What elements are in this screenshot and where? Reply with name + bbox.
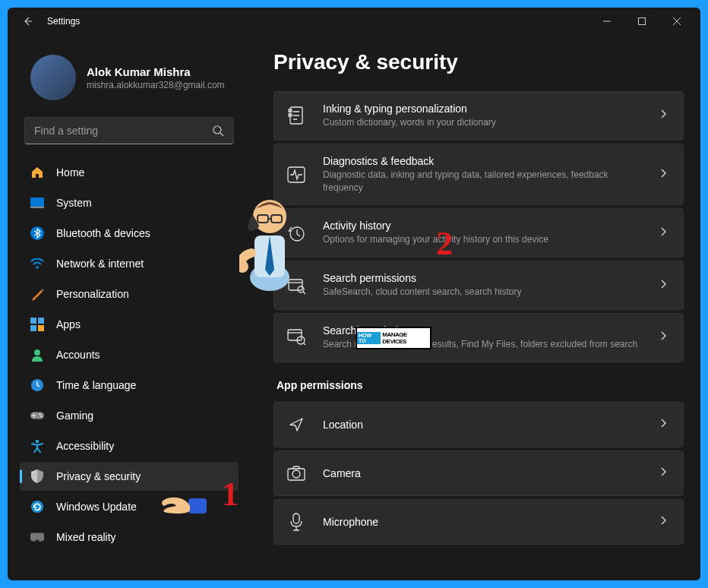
card-microphone[interactable]: Microphone <box>273 499 684 545</box>
svg-point-13 <box>39 413 40 415</box>
system-icon <box>30 196 44 210</box>
svg-rect-0 <box>639 18 646 25</box>
svg-point-10 <box>34 349 40 356</box>
sidebar-item-label: System <box>56 197 92 209</box>
sidebar-item-time[interactable]: Time & language <box>20 371 239 400</box>
sidebar-item-label: Apps <box>56 318 81 330</box>
settings-cards: Inking & typing personalizationCustom di… <box>273 91 684 362</box>
close-button[interactable] <box>659 8 694 35</box>
wifi-icon <box>30 257 44 270</box>
sidebar-item-label: Personalization <box>56 288 129 300</box>
card-searchwin[interactable]: Searching WindowsSearch indexing for fas… <box>273 313 684 362</box>
chevron-right-icon <box>659 418 668 432</box>
nav-list: HomeSystemBluetooth & devicesNetwork & i… <box>15 158 243 552</box>
avatar <box>30 55 76 100</box>
maximize-button[interactable] <box>624 8 659 35</box>
search-input[interactable] <box>34 125 212 137</box>
chevron-right-icon <box>659 466 668 480</box>
sidebar-item-privacy[interactable]: Privacy & security <box>20 462 239 491</box>
sidebar-item-label: Network & internet <box>56 258 144 270</box>
close-icon <box>673 17 681 25</box>
minimize-icon <box>603 17 611 25</box>
sidebar-item-accounts[interactable]: Accounts <box>20 340 239 369</box>
svg-rect-3 <box>30 207 44 208</box>
svg-rect-2 <box>30 198 44 207</box>
svg-rect-7 <box>38 318 44 324</box>
svg-rect-22 <box>289 280 302 290</box>
sidebar-item-update[interactable]: Windows Update <box>20 492 239 521</box>
profile-block[interactable]: Alok Kumar Mishra mishra.alokkumar328@gm… <box>15 41 243 117</box>
sidebar-item-apps[interactable]: Apps <box>20 310 239 339</box>
profile-email: mishra.alokkumar328@gmail.com <box>87 80 225 90</box>
sidebar-item-label: Windows Update <box>56 501 137 513</box>
search-box[interactable] <box>24 117 234 144</box>
card-subtitle: Options for managing your activity histo… <box>323 233 642 246</box>
back-arrow-icon <box>21 15 33 27</box>
card-subtitle: Search indexing for faster results, Find… <box>323 338 642 351</box>
titlebar: Settings <box>8 8 700 35</box>
card-location[interactable]: Location <box>273 402 684 447</box>
card-inking[interactable]: Inking & typing personalizationCustom di… <box>273 91 684 141</box>
svg-point-23 <box>298 286 304 292</box>
home-icon <box>30 166 44 179</box>
back-button[interactable] <box>14 8 41 35</box>
svg-rect-8 <box>30 325 36 331</box>
apps-icon <box>30 318 44 331</box>
minimize-button[interactable] <box>589 8 624 35</box>
card-title: Microphone <box>323 516 642 528</box>
sidebar-item-label: Bluetooth & devices <box>56 227 150 239</box>
card-camera[interactable]: Camera <box>273 450 684 496</box>
accessibility-icon <box>30 439 44 453</box>
update-icon <box>30 500 44 514</box>
sidebar-item-home[interactable]: Home <box>20 158 239 187</box>
page-title: Privacy & security <box>273 50 684 74</box>
sidebar-item-label: Accessibility <box>56 440 114 452</box>
permission-cards: LocationCameraMicrophone <box>273 402 684 545</box>
card-title: Searching Windows <box>323 324 642 337</box>
svg-point-27 <box>292 470 300 478</box>
searchperm-icon <box>286 276 306 296</box>
sidebar-item-label: Mixed reality <box>56 531 116 543</box>
card-diagnostics[interactable]: Diagnostics & feedbackDiagnostic data, i… <box>273 144 684 206</box>
svg-point-1 <box>213 126 221 134</box>
sidebar-item-accessibility[interactable]: Accessibility <box>20 432 239 460</box>
settings-window: Settings Alok Kumar Mishra mishra.alokku… <box>8 8 700 580</box>
maximize-icon <box>638 17 646 25</box>
svg-point-15 <box>36 440 39 443</box>
card-title: Camera <box>323 467 642 479</box>
app-title: Settings <box>47 16 80 27</box>
sidebar-item-network[interactable]: Network & internet <box>20 249 239 278</box>
sidebar-item-gaming[interactable]: Gaming <box>20 401 239 430</box>
sidebar: Alok Kumar Mishra mishra.alokkumar328@gm… <box>8 35 251 580</box>
sidebar-item-system[interactable]: System <box>20 188 239 217</box>
svg-point-5 <box>36 266 39 269</box>
activity-icon <box>286 223 306 243</box>
brush-icon <box>30 287 44 301</box>
shield-icon <box>30 469 44 483</box>
card-title: Inking & typing personalization <box>323 103 642 115</box>
sidebar-item-label: Home <box>56 166 84 179</box>
diagnostics-icon <box>286 165 306 185</box>
microphone-icon <box>286 512 306 532</box>
chevron-right-icon <box>659 279 668 292</box>
searchwin-icon <box>286 327 306 347</box>
mixed-icon <box>30 530 44 544</box>
sidebar-item-bluetooth[interactable]: Bluetooth & devices <box>20 219 239 248</box>
svg-point-14 <box>40 416 42 417</box>
svg-point-16 <box>31 501 43 513</box>
search-icon <box>212 125 224 137</box>
window-controls <box>589 8 694 35</box>
card-title: Diagnostics & feedback <box>323 155 642 167</box>
card-subtitle: Custom dictionary, words in your diction… <box>323 116 642 129</box>
card-subtitle: Diagnostic data, inking and typing data,… <box>323 169 642 194</box>
card-activity[interactable]: Activity historyOptions for managing you… <box>273 208 684 258</box>
sidebar-item-personalization[interactable]: Personalization <box>20 280 239 308</box>
svg-rect-28 <box>293 514 299 523</box>
card-title: Location <box>323 419 642 431</box>
chevron-right-icon <box>659 168 668 182</box>
camera-icon <box>286 463 306 483</box>
card-title: Search permissions <box>323 272 642 284</box>
sidebar-item-mixed[interactable]: Mixed reality <box>20 523 239 552</box>
card-searchperm[interactable]: Search permissionsSafeSearch, cloud cont… <box>273 261 684 310</box>
card-title: Activity history <box>323 220 642 232</box>
